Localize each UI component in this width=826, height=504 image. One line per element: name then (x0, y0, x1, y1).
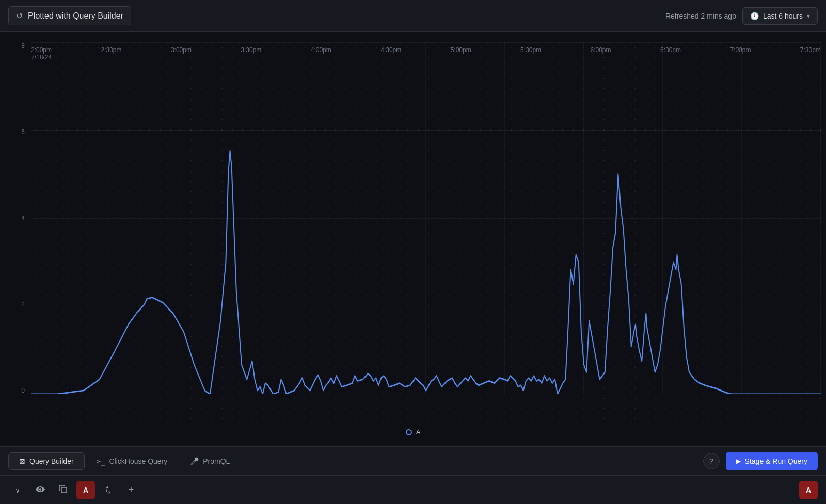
chart-plot: 2:00pm 7/18/24 2:30pm 3:00pm 3:30pm 4:00… (31, 42, 821, 425)
duplicate-button[interactable] (54, 481, 72, 499)
chevron-down-icon: ▾ (807, 12, 810, 20)
legend-label: A (416, 428, 421, 436)
header-title: Plotted with Query Builder (28, 11, 123, 21)
time-range-selector[interactable]: 🕐 Last 6 hours ▾ (742, 7, 818, 25)
y-axis: 8 6 4 2 0 (5, 42, 31, 425)
tab-clickhouse-label: ClickHouse Query (109, 457, 167, 465)
tab-query-builder-label: Query Builder (29, 457, 74, 465)
add-button[interactable]: + (122, 481, 140, 499)
chart-legend: A (5, 425, 821, 441)
fx-icon: fx (106, 485, 110, 495)
chart-svg (31, 42, 821, 394)
chart-container: 8 6 4 2 0 (0, 32, 826, 446)
refreshed-text: Refreshed 2 mins ago (665, 12, 736, 20)
y-label-8: 8 (21, 42, 25, 50)
main-container: ↺ Plotted with Query Builder Refreshed 2… (0, 0, 826, 504)
tabs-right: ? ▶ Stage & Run Query (703, 452, 818, 470)
copy-icon (59, 485, 67, 495)
query-editor-bar: ∨ A fx (0, 475, 826, 504)
help-icon: ? (709, 457, 713, 465)
promql-tab-icon: 🎤 (190, 457, 199, 465)
right-label-text: A (806, 486, 811, 494)
tab-promql-label: PromQL (203, 457, 230, 465)
tab-query-builder[interactable]: ⊠ Query Builder (8, 452, 85, 470)
plus-icon: + (129, 484, 134, 495)
tabs-bar: ⊠ Query Builder ≻_ ClickHouse Query 🎤 Pr… (0, 446, 826, 475)
chevron-icon: ∨ (15, 486, 20, 494)
clickhouse-tab-icon: ≻_ (97, 457, 105, 465)
y-label-4: 4 (21, 215, 25, 222)
y-label-2: 2 (21, 301, 25, 308)
chart-area: 8 6 4 2 0 (5, 42, 821, 425)
svg-rect-0 (61, 487, 67, 493)
editor-left: ∨ A fx (8, 481, 140, 499)
visibility-toggle-button[interactable] (31, 481, 50, 499)
help-button[interactable]: ? (703, 453, 720, 469)
fx-button[interactable]: fx (99, 481, 118, 499)
right-label-badge[interactable]: A (799, 481, 818, 499)
query-builder-tab-icon: ⊠ (19, 457, 25, 465)
y-label-0: 0 (21, 387, 25, 394)
time-range-label: Last 6 hours (763, 12, 803, 20)
eye-icon (36, 486, 45, 494)
y-label-6: 6 (21, 128, 25, 136)
tab-promql[interactable]: 🎤 PromQL (179, 452, 241, 470)
tab-group: ⊠ Query Builder ≻_ ClickHouse Query 🎤 Pr… (8, 452, 703, 470)
label-a-button[interactable]: A (76, 481, 95, 499)
header-bar: ↺ Plotted with Query Builder Refreshed 2… (0, 0, 826, 32)
chevron-toggle-button[interactable]: ∨ (8, 481, 27, 499)
play-icon: ▶ (736, 458, 741, 465)
query-builder-icon: ↺ (16, 11, 23, 21)
clock-icon: 🕐 (750, 12, 759, 20)
tab-clickhouse-query[interactable]: ≻_ ClickHouse Query (86, 452, 179, 470)
header-right: Refreshed 2 mins ago 🕐 Last 6 hours ▾ (665, 7, 818, 25)
stage-run-label: Stage & Run Query (745, 457, 807, 465)
plotted-with-badge[interactable]: ↺ Plotted with Query Builder (8, 6, 131, 25)
legend-dot (406, 429, 412, 435)
editor-right: A (799, 481, 818, 499)
label-a-text: A (83, 486, 88, 494)
stage-run-button[interactable]: ▶ Stage & Run Query (726, 452, 818, 470)
